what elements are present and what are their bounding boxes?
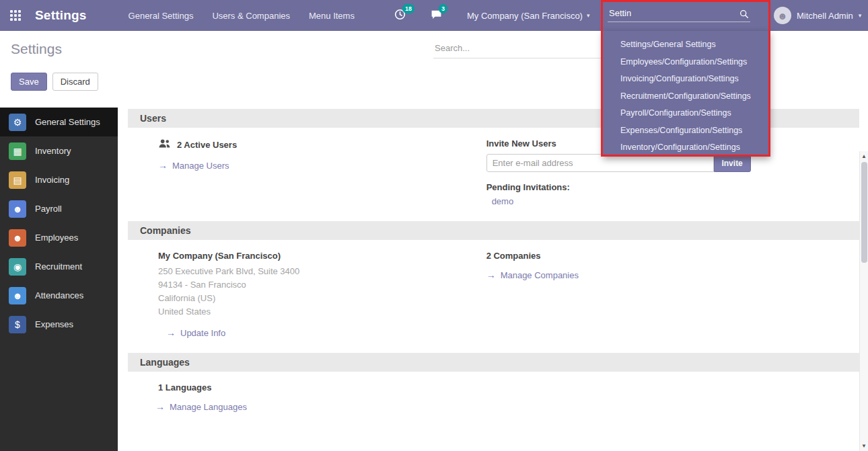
sidebar-item-expenses[interactable]: $ Expenses bbox=[0, 310, 118, 339]
companies-section-header: Companies bbox=[128, 221, 859, 240]
company-switcher[interactable]: My Company (San Francisco) ▾ bbox=[467, 11, 589, 21]
suggestion-payroll-settings[interactable]: Payroll/Configuration/Settings bbox=[603, 105, 770, 122]
vertical-scrollbar[interactable]: ▲ ▼ bbox=[859, 151, 868, 451]
invite-email-field[interactable] bbox=[486, 154, 714, 172]
manage-users-link[interactable]: → Manage Users bbox=[158, 160, 229, 171]
section-title: Users bbox=[140, 113, 166, 124]
company-address-line: 250 Executive Park Blvd, Suite 3400 bbox=[158, 265, 486, 278]
arrow-right-icon: → bbox=[158, 160, 168, 171]
suggestion-inventory-settings[interactable]: Inventory/Configuration/Settings bbox=[603, 139, 770, 157]
company-name: My Company (San Francisco) bbox=[467, 11, 583, 21]
languages-section-header: Languages bbox=[128, 353, 859, 372]
menu-general-settings[interactable]: General Settings bbox=[129, 0, 194, 31]
employees-icon: ☻ bbox=[9, 229, 26, 247]
sidebar-item-employees[interactable]: ☻ Employees bbox=[0, 223, 118, 252]
languages-count: 1 Languages bbox=[158, 382, 486, 393]
sidebar-item-label: Attendances bbox=[35, 290, 83, 300]
link-label: Update Info bbox=[180, 328, 225, 338]
settings-sidebar: ⚙ General Settings ▦ Inventory ▤ Invoici… bbox=[0, 108, 118, 451]
sidebar-item-label: Expenses bbox=[35, 319, 73, 329]
discard-button[interactable]: Discard bbox=[52, 73, 98, 91]
user-name: Mitchell Admin bbox=[797, 11, 853, 21]
pending-invitations-label: Pending Invitations: bbox=[486, 182, 819, 192]
navbar-search bbox=[608, 6, 750, 22]
messages-chat-icon[interactable]: 3 bbox=[431, 9, 444, 22]
suggestion-invoicing-settings[interactable]: Invoicing/Configuration/Settings bbox=[603, 71, 770, 88]
manage-languages-link[interactable]: → Manage Languages bbox=[155, 401, 247, 412]
sidebar-item-label: Payroll bbox=[35, 204, 62, 214]
activity-count-badge: 18 bbox=[402, 4, 414, 13]
avatar-placeholder-glyph: ☻ bbox=[777, 10, 788, 22]
sidebar-item-invoicing[interactable]: ▤ Invoicing bbox=[0, 165, 118, 194]
users-group-icon bbox=[158, 138, 171, 151]
arrow-right-icon: → bbox=[486, 270, 496, 280]
user-menu[interactable]: ☻ Mitchell Admin ▾ bbox=[774, 0, 861, 31]
sidebar-item-attendances[interactable]: ☻ Attendances bbox=[0, 281, 118, 310]
sidebar-item-label: General Settings bbox=[35, 117, 100, 127]
update-info-link[interactable]: → Update Info bbox=[166, 327, 225, 338]
suggestion-employees-settings[interactable]: Employees/Configuration/Settings bbox=[603, 54, 770, 71]
invite-button[interactable]: Invite bbox=[714, 154, 751, 172]
arrow-right-icon: → bbox=[166, 327, 176, 338]
active-users-count: 2 Active Users bbox=[177, 140, 237, 150]
control-panel-buttons: Save Discard bbox=[11, 73, 98, 91]
attendances-icon: ☻ bbox=[9, 287, 26, 304]
company-address-line: California (US) bbox=[158, 292, 486, 305]
apps-menu-icon[interactable] bbox=[0, 0, 31, 31]
scrollbar-thumb[interactable] bbox=[861, 162, 867, 263]
companies-section-body: My Company (San Francisco) 250 Executive… bbox=[128, 240, 859, 352]
gear-icon: ⚙ bbox=[9, 114, 26, 131]
navbar-left-group: Settings General Settings Users & Compan… bbox=[0, 0, 355, 31]
suggestion-expenses-settings[interactable]: Expenses/Configuration/Settings bbox=[603, 122, 770, 140]
top-navbar: Settings General Settings Users & Compan… bbox=[0, 0, 868, 31]
navbar-search-input[interactable] bbox=[608, 6, 750, 22]
link-label: Manage Users bbox=[172, 161, 229, 171]
menu-menu-items[interactable]: Menu Items bbox=[309, 0, 355, 31]
scroll-down-icon[interactable]: ▼ bbox=[860, 443, 868, 449]
chevron-down-icon: ▾ bbox=[587, 12, 590, 19]
sidebar-item-general-settings[interactable]: ⚙ General Settings bbox=[0, 108, 118, 136]
search-suggestions-dropdown: Settings/General Settings Employees/Conf… bbox=[603, 31, 770, 157]
company-address-line: 94134 - San Francisco bbox=[158, 278, 486, 292]
search-icon[interactable] bbox=[739, 9, 749, 19]
sidebar-item-inventory[interactable]: ▦ Inventory bbox=[0, 136, 118, 165]
link-label: Manage Languages bbox=[170, 402, 247, 412]
section-title: Companies bbox=[140, 225, 190, 236]
app-title: Settings bbox=[35, 8, 87, 23]
navbar-menu: General Settings Users & Companies Menu … bbox=[129, 0, 355, 31]
scroll-up-icon[interactable]: ▲ bbox=[860, 153, 868, 159]
languages-section-body: 1 Languages → Manage Languages bbox=[128, 372, 859, 425]
company-address-line: United States bbox=[158, 305, 486, 319]
chevron-down-icon: ▾ bbox=[859, 12, 862, 19]
sidebar-item-label: Recruitment bbox=[35, 261, 82, 272]
save-button[interactable]: Save bbox=[11, 73, 47, 91]
suggestion-recruitment-settings[interactable]: Recruitment/Configuration/Settings bbox=[603, 88, 770, 106]
sidebar-item-recruitment[interactable]: ◉ Recruitment bbox=[0, 252, 118, 281]
section-title: Languages bbox=[140, 357, 190, 368]
invoicing-icon: ▤ bbox=[9, 171, 26, 189]
systray: 18 3 My Company (San Francisco) ▾ bbox=[394, 0, 589, 31]
suggestion-settings-general[interactable]: Settings/General Settings bbox=[603, 36, 770, 54]
main-area: ⚙ General Settings ▦ Inventory ▤ Invoici… bbox=[0, 108, 868, 451]
grid-icon bbox=[10, 10, 21, 21]
avatar: ☻ bbox=[774, 7, 791, 24]
sidebar-item-label: Inventory bbox=[35, 146, 71, 156]
payroll-icon: ☻ bbox=[9, 200, 26, 218]
settings-content: Users 2 Active Users → Manage Users Invi… bbox=[118, 108, 868, 451]
expenses-icon: $ bbox=[9, 316, 26, 333]
sidebar-item-label: Employees bbox=[35, 233, 78, 243]
sidebar-item-label: Invoicing bbox=[35, 175, 69, 185]
message-count-badge: 3 bbox=[439, 4, 447, 13]
link-label: Manage Companies bbox=[501, 270, 579, 280]
sidebar-item-payroll[interactable]: ☻ Payroll bbox=[0, 194, 118, 223]
inventory-icon: ▦ bbox=[9, 142, 26, 160]
manage-companies-link[interactable]: → Manage Companies bbox=[486, 270, 579, 280]
recruitment-icon: ◉ bbox=[9, 258, 26, 276]
companies-count: 2 Companies bbox=[486, 251, 819, 261]
company-name: My Company (San Francisco) bbox=[158, 251, 486, 261]
activities-clock-icon[interactable]: 18 bbox=[394, 9, 408, 22]
arrow-right-icon: → bbox=[155, 401, 165, 412]
page-title: Settings bbox=[11, 41, 62, 57]
menu-users-companies[interactable]: Users & Companies bbox=[212, 0, 290, 31]
pending-invitation-demo[interactable]: demo bbox=[486, 196, 514, 206]
